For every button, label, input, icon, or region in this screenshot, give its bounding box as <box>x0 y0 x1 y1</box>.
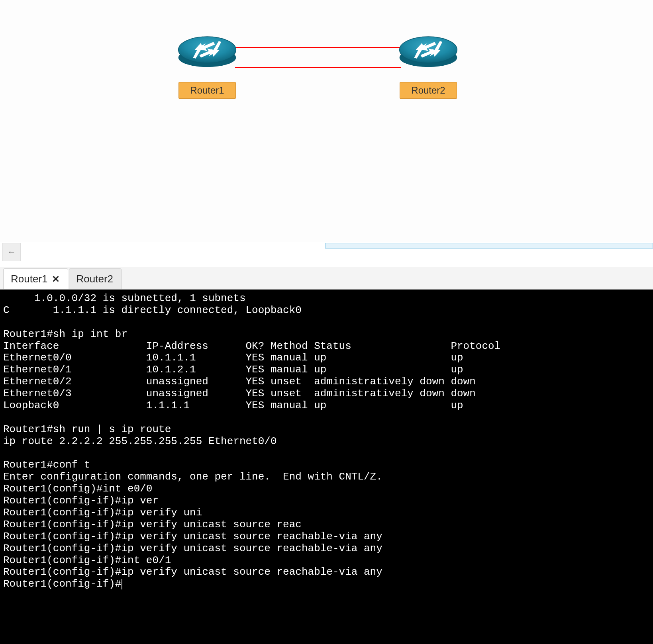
topology-canvas[interactable]: Router1 <box>0 0 653 244</box>
device-router1[interactable]: Router1 <box>171 28 243 99</box>
tab-router1[interactable]: Router1 ✕ <box>3 268 68 289</box>
device-router2[interactable]: Router2 <box>392 28 464 99</box>
link-r1-r2-bottom[interactable] <box>235 67 401 68</box>
svg-point-1 <box>178 37 236 63</box>
tab-router2-label: Router2 <box>76 273 114 285</box>
selection-divider <box>325 243 653 249</box>
back-button[interactable]: ← <box>2 243 21 261</box>
device-router1-label: Router1 <box>178 82 235 99</box>
router-icon <box>175 28 239 72</box>
tab-router2[interactable]: Router2 <box>69 268 122 289</box>
tab-router1-close-icon[interactable]: ✕ <box>52 274 60 285</box>
terminal-cursor <box>122 579 122 589</box>
tab-router1-label: Router1 <box>11 273 48 285</box>
terminal-output: 1.0.0.0/32 is subnetted, 1 subnets C 1.1… <box>3 292 500 590</box>
link-r1-r2-top[interactable] <box>235 47 401 48</box>
device-router2-label: Router2 <box>400 82 457 99</box>
console-tabbar: Router1 ✕ Router2 <box>0 267 653 290</box>
back-arrow-icon: ← <box>7 247 16 257</box>
console-terminal[interactable]: 1.0.0.0/32 is subnetted, 1 subnets C 1.1… <box>0 290 653 644</box>
svg-point-7 <box>400 37 457 63</box>
router-icon <box>396 28 460 72</box>
